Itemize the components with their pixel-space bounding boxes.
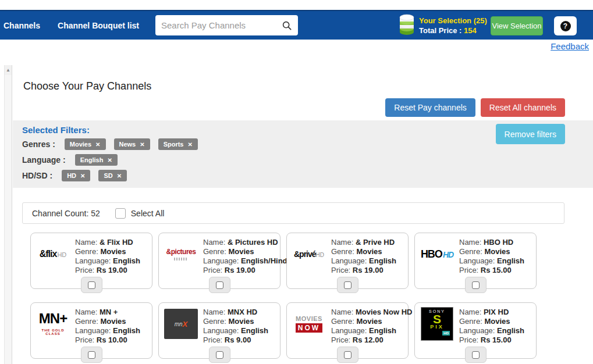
logo-sub-text: NOW — [296, 323, 322, 333]
logo-sub-text: THE GOLD CLASS — [34, 329, 72, 336]
chip-label: Sports — [164, 141, 184, 148]
checkbox-icon — [344, 351, 351, 359]
total-price-value: 154 — [464, 26, 477, 35]
channel-grid: &flixHD Name: & Flix HD Genre: Movies La… — [30, 233, 537, 359]
channel-card-movies-now-hd: MOVIESNOW Name: Movies Now HD Genre: Mov… — [286, 302, 409, 359]
filter-chip-sports[interactable]: Sports ✕ — [158, 138, 198, 150]
filter-chip-hd[interactable]: HD ✕ — [62, 170, 90, 181]
logo-text: S — [433, 313, 441, 324]
total-price: Total Price : 154 — [419, 26, 487, 35]
channel-card-mn-plus: MN+THE GOLD CLASS Name: MN + Genre: Movi… — [30, 302, 152, 359]
language-filter-group: Language : English ✕ — [22, 154, 118, 166]
channel-language: Language: English — [203, 326, 268, 336]
search-icon[interactable] — [282, 20, 292, 31]
total-price-label: Total Price : — [419, 26, 461, 35]
selection-stack-icon — [399, 14, 414, 38]
nav-item-channels[interactable]: Channels — [3, 21, 40, 30]
movies-now-hd-logo: MOVIESNOW — [290, 306, 328, 341]
hdsd-filter-group: HD/SD : HD ✕ SD ✕ — [22, 170, 127, 181]
remove-chip-icon[interactable]: ✕ — [107, 157, 112, 163]
logo-hd-text: HD — [443, 250, 453, 259]
logo-hd-text: HD — [316, 252, 324, 258]
scroll-up-arrow-icon[interactable]: ▲ — [5, 65, 12, 75]
mnx-hd-logo: mnX — [162, 306, 200, 341]
remove-chip-icon[interactable]: ✕ — [117, 173, 122, 179]
question-mark-icon: ? — [560, 21, 571, 31]
your-selection-count: Your Selection (25) — [419, 16, 487, 26]
remove-chip-icon[interactable]: ✕ — [95, 141, 100, 148]
logo-sub-text: PIX — [430, 324, 444, 330]
search-box[interactable] — [155, 15, 298, 35]
filter-chip-news[interactable]: News ✕ — [114, 138, 150, 150]
top-navbar: Channels Channel Bouquet list — [0, 10, 593, 40]
channel-name: Name: & Flix HD — [75, 238, 140, 247]
channel-checkbox[interactable] — [81, 277, 102, 293]
channel-name: Name: Movies Now HD — [331, 308, 412, 317]
remove-chip-icon[interactable]: ✕ — [187, 141, 192, 148]
hbo-hd-logo: HBOHD — [418, 237, 456, 272]
channel-card-and-prive-hd: &privéHD Name: & Prive HD Genre: Movies … — [286, 233, 409, 289]
page-title: Choose Your Pay Channels — [23, 80, 151, 92]
logo-text: &pictures — [166, 248, 196, 256]
filter-chip-english[interactable]: English ✕ — [75, 154, 118, 166]
channel-price: Price: Rs 19.00 — [75, 266, 140, 275]
logo-text: MN+ — [39, 311, 67, 326]
channel-card-mnx-hd: mnX Name: MNX HD Genre: Movies Language:… — [158, 302, 280, 359]
and-flix-hd-logo: &flixHD — [34, 237, 72, 272]
view-selection-button[interactable]: View Selection — [491, 16, 543, 35]
genres-label: Genres : — [22, 140, 55, 149]
top-nav: Channels Channel Bouquet list — [3, 11, 139, 40]
reset-all-channels-button[interactable]: Reset All channels — [481, 98, 565, 117]
search-input[interactable] — [161, 20, 282, 30]
filter-chip-sd[interactable]: SD ✕ — [98, 170, 127, 181]
channel-info: Name: & Prive HD Genre: Movies Language:… — [331, 237, 396, 275]
channel-price: Price: Rs 9.00 — [203, 336, 268, 345]
remove-filters-button[interactable]: Remove filters — [496, 124, 565, 144]
checkbox-icon — [216, 351, 223, 359]
channel-checkbox[interactable] — [337, 277, 358, 293]
channel-genre: Genre: Movies — [203, 247, 289, 256]
feedback-link[interactable]: Feedback — [551, 41, 589, 51]
channel-card-and-flix-hd: &flixHD Name: & Flix HD Genre: Movies La… — [30, 233, 152, 289]
remove-chip-icon[interactable]: ✕ — [140, 141, 144, 148]
channel-language: Language: English — [75, 326, 140, 336]
pix-hd-logo: SONY S PIX HD — [418, 306, 456, 341]
main-content: Choose Your Pay Channels Reset Pay chann… — [13, 65, 593, 364]
help-button[interactable]: ? — [554, 16, 577, 35]
channel-price: Price: Rs 12.00 — [331, 336, 412, 345]
feedback-row: Feedback — [551, 41, 589, 52]
channel-info: Name: MNX HD Genre: Movies Language: Eng… — [203, 306, 268, 345]
reset-pay-channels-button[interactable]: Reset Pay channels — [385, 98, 475, 117]
nav-item-channel-bouquet-list[interactable]: Channel Bouquet list — [58, 21, 139, 30]
channel-price: Price: Rs 15.00 — [459, 266, 524, 275]
channel-count-bar: Channel Count: 52 Select All — [22, 202, 564, 224]
channel-card-and-pictures-hd: &pictures Name: & Pictures HD Genre: Mov… — [158, 233, 280, 289]
channel-name: Name: PIX HD — [459, 308, 524, 317]
channel-language: Language: English — [459, 256, 524, 266]
and-pictures-hd-logo: &pictures — [162, 237, 200, 272]
filter-chip-movies[interactable]: Movies ✕ — [65, 138, 106, 150]
checkbox-icon — [88, 281, 95, 289]
remove-chip-icon[interactable]: ✕ — [80, 173, 85, 179]
channel-info: Name: & Pictures HD Genre: Movies Langua… — [203, 237, 289, 275]
channel-price: Price: Rs 15.00 — [459, 336, 524, 345]
channel-checkbox[interactable] — [81, 347, 102, 363]
channel-checkbox[interactable] — [465, 277, 487, 293]
mn-plus-logo: MN+THE GOLD CLASS — [34, 306, 72, 341]
channel-checkbox[interactable] — [209, 347, 230, 363]
vertical-scrollbar[interactable]: ▲ — [4, 65, 12, 364]
channel-name: Name: MNX HD — [203, 308, 268, 317]
checkbox-icon — [472, 281, 480, 289]
channel-price: Price: Rs 19.00 — [203, 266, 289, 275]
channel-checkbox[interactable] — [209, 277, 230, 293]
channel-checkbox[interactable] — [465, 347, 487, 363]
channel-info: Name: MN + Genre: Movies Language: Engli… — [75, 306, 140, 345]
select-all-checkbox[interactable] — [115, 208, 126, 219]
channel-checkbox[interactable] — [337, 347, 358, 363]
channel-language: Language: English — [75, 256, 140, 266]
page: Channels Channel Bouquet list — [0, 0, 593, 364]
logo-hd-text: HD — [57, 251, 66, 258]
channel-count: Channel Count: 52 — [32, 209, 100, 218]
selected-filters-heading: Selected Filters: — [22, 125, 90, 135]
channel-genre: Genre: Movies — [459, 317, 524, 326]
